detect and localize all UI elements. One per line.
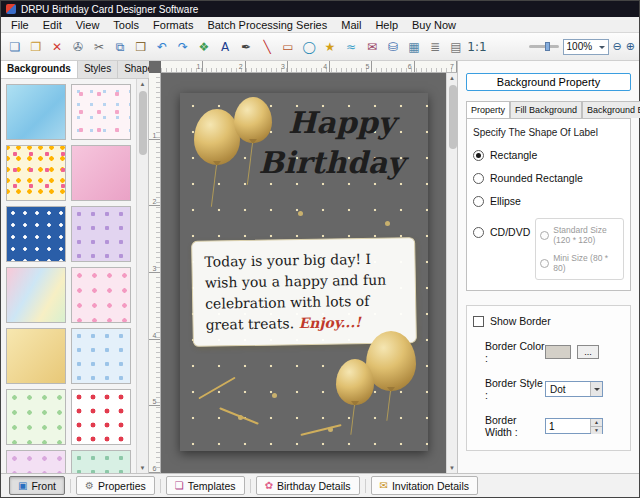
background-thumbnail[interactable] (71, 145, 131, 201)
birthday-card-preview[interactable]: Happy Birthday Today is your big day! I … (180, 93, 428, 451)
tab-front[interactable]: ▣ Front (9, 476, 65, 495)
database-icon[interactable]: ⛁ (383, 36, 403, 58)
star-icon[interactable]: ★ (320, 36, 340, 58)
show-border-checkbox-row[interactable]: Show Border (473, 315, 624, 327)
radio-rectangle[interactable]: Rectangle (473, 149, 624, 161)
background-thumbnail[interactable] (71, 328, 131, 384)
scroll-up-icon[interactable]: ▲ (137, 79, 148, 89)
image-icon[interactable]: ❖ (194, 36, 214, 58)
radio-cd-dvd[interactable]: CD/DVD (473, 226, 530, 238)
background-thumbnail[interactable] (71, 389, 131, 445)
mail-icon[interactable]: ✉ (362, 36, 382, 58)
border-style-dropdown[interactable]: Dot (545, 381, 603, 397)
background-thumbnail[interactable] (71, 84, 131, 140)
checkbox-icon[interactable] (473, 316, 484, 327)
property-tab[interactable]: Fill Background (510, 101, 582, 118)
radio-standard-size[interactable]: Standard Size (120 * 120) (540, 225, 619, 245)
radio-button-icon[interactable] (473, 227, 484, 238)
scroll-down-icon[interactable]: ▼ (137, 463, 148, 473)
zoom-out-button[interactable]: ⊖ (613, 40, 622, 53)
border-color-swatch[interactable] (545, 345, 571, 359)
title-bar: DRPU Birthday Card Designer Software (1, 1, 639, 17)
scrollbar-thumb[interactable] (449, 85, 457, 149)
background-thumbnail[interactable] (6, 389, 66, 445)
radio-button-icon[interactable] (473, 173, 484, 184)
new-document-icon[interactable]: ❏ (5, 36, 25, 58)
menu-item[interactable]: Help (368, 18, 405, 32)
zoom-slider[interactable] (529, 45, 559, 48)
tab-invitation-details[interactable]: ✉ Invitation Details (371, 476, 478, 495)
text-icon[interactable]: A (215, 36, 235, 58)
border-width-input[interactable] (546, 419, 590, 433)
canvas-scrollbar[interactable]: ▲ ▼ (446, 73, 457, 473)
copy-icon[interactable]: ⧉ (110, 36, 130, 58)
background-thumbnail[interactable] (6, 84, 66, 140)
spinner-down-icon[interactable]: ▼ (591, 427, 602, 434)
menu-item[interactable]: Tools (106, 18, 146, 32)
grid-icon[interactable]: ▤ (446, 36, 466, 58)
redo-icon[interactable]: ↷ (173, 36, 193, 58)
ellipse-icon[interactable]: ◯ (299, 36, 319, 58)
zoom-slider-handle[interactable] (545, 42, 550, 51)
radio-button-icon[interactable] (473, 196, 484, 207)
tab-birthday-details[interactable]: ✿ Birthday Details (256, 476, 360, 495)
sidebar-tab[interactable]: Backgrounds (1, 61, 78, 78)
radio-button-icon[interactable] (540, 231, 549, 240)
background-thumbnail[interactable] (71, 267, 131, 323)
menu-item[interactable]: Batch Processing Series (200, 18, 334, 32)
sidebar-tab[interactable]: Styles (78, 61, 118, 78)
menu-item[interactable]: Formats (146, 18, 200, 32)
menu-item[interactable]: Edit (36, 18, 69, 32)
design-canvas[interactable]: Happy Birthday Today is your big day! I … (161, 73, 446, 473)
property-tab[interactable]: Property (466, 101, 510, 118)
menu-item[interactable]: View (69, 18, 107, 32)
card-message-box[interactable]: Today is your big day! I wish you a happ… (191, 237, 417, 347)
background-thumbnail[interactable] (71, 450, 131, 473)
table-icon[interactable]: ▦ (404, 36, 424, 58)
background-thumbnail[interactable] (6, 450, 66, 473)
rectangle-icon[interactable]: ▭ (278, 36, 298, 58)
spinner-up-icon[interactable]: ▲ (591, 419, 602, 427)
radio-mini-size[interactable]: Mini Size (80 * 80) (540, 253, 619, 273)
scroll-up-icon[interactable]: ▲ (447, 73, 457, 83)
print-icon[interactable]: ✇ (68, 36, 88, 58)
open-folder-icon[interactable]: ❐ (26, 36, 46, 58)
menu-item[interactable]: Mail (334, 18, 368, 32)
zoom-in-button[interactable]: ⊕ (626, 40, 635, 53)
menu-item[interactable]: File (4, 18, 36, 32)
border-style-value: Dot (550, 384, 566, 395)
background-thumbnail[interactable] (6, 206, 66, 262)
cut-icon[interactable]: ✂ (89, 36, 109, 58)
property-tab[interactable]: Background Effects (582, 101, 640, 118)
sidebar-scrollbar[interactable]: ▲ ▼ (136, 79, 148, 473)
zoom-level-dropdown[interactable]: 100% (563, 39, 609, 55)
tab-divider (70, 479, 71, 493)
tab-templates[interactable]: ❏ Templates (166, 476, 245, 495)
signature-icon[interactable]: ✒ (236, 36, 256, 58)
tab-properties[interactable]: ⚙ Properties (76, 476, 155, 495)
paste-icon[interactable]: ❒ (131, 36, 151, 58)
radio-ellipse[interactable]: Ellipse (473, 195, 624, 207)
align-icon[interactable]: ≣ (425, 36, 445, 58)
undo-icon[interactable]: ↶ (152, 36, 172, 58)
border-color-picker-button[interactable]: ... (577, 345, 599, 359)
scrollbar-thumb[interactable] (139, 91, 147, 155)
watermark-icon[interactable]: ≈ (341, 36, 361, 58)
background-thumbnail[interactable] (6, 328, 66, 384)
invitation-details-tab-icon: ✉ (380, 480, 388, 491)
card-heading-line1[interactable]: Happy (264, 105, 420, 140)
background-thumbnail[interactable] (6, 145, 66, 201)
radio-button-icon[interactable] (540, 259, 549, 268)
radio-button-icon[interactable] (473, 150, 484, 161)
one-to-one-icon[interactable]: 1:1 (467, 36, 487, 58)
scroll-down-icon[interactable]: ▼ (447, 463, 457, 473)
radio-rounded-rectangle[interactable]: Rounded Rectangle (473, 172, 624, 184)
background-property-button[interactable]: Background Property (466, 73, 631, 91)
radio-label: Ellipse (490, 195, 521, 207)
card-heading-line2[interactable]: Birthday (242, 145, 422, 180)
background-thumbnail[interactable] (6, 267, 66, 323)
menu-item[interactable]: Buy Now (405, 18, 463, 32)
background-thumbnail[interactable] (71, 206, 131, 262)
line-icon[interactable]: ╲ (257, 36, 277, 58)
delete-icon[interactable]: ✕ (47, 36, 67, 58)
